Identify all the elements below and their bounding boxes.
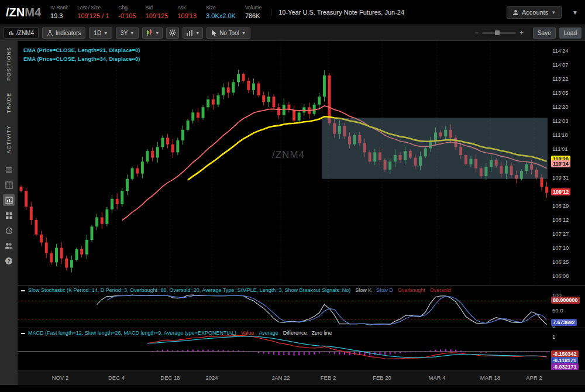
legend-value: Value	[241, 330, 254, 336]
grid-icon[interactable]	[3, 209, 15, 221]
macd-tick: 1	[552, 333, 555, 340]
stat-chg: Chg -0'105	[118, 5, 136, 19]
price-tick: 107'27	[552, 231, 569, 237]
header: /ZNM4 IV Rank 19.3 Last / Size 109'125 /…	[0, 0, 585, 25]
accounts-menu[interactable]: Accounts ▼	[507, 6, 562, 19]
stat-volume: Volume 786K	[245, 5, 261, 19]
study-labels: EMA (Price=CLOSE, Length=21, Displace=0)…	[23, 46, 140, 63]
panel-collapse-handle[interactable]	[21, 290, 25, 291]
chart-style-button[interactable]: ▼	[142, 27, 163, 39]
price-tick: 113'22	[552, 75, 569, 82]
time-axis[interactable]: NOV 2DEC 4DEC 182024JAN 22FEB 2FEB 20MAR…	[18, 370, 585, 385]
timeframe-select[interactable]: 1D ▼	[89, 27, 112, 39]
price-chart-canvas[interactable]	[18, 41, 550, 285]
symbol-tab[interactable]: /ZNM4	[4, 27, 39, 39]
chevron-down-icon: ▼	[551, 10, 556, 15]
symbol-suffix: M4	[25, 6, 41, 19]
chevron-down-icon: ▼	[104, 31, 108, 35]
legend-slow-d: Slow D	[376, 287, 393, 293]
collapse-chevron-icon[interactable]: ▼	[571, 9, 579, 16]
macd-axis: 1-0.150342-0.118171-0.032171	[550, 328, 585, 370]
chart-settings-button[interactable]	[166, 27, 179, 39]
watchlist-icon[interactable]	[3, 164, 15, 176]
zoom-slider[interactable]	[482, 32, 516, 34]
indicators-button[interactable]: Indicators	[42, 27, 85, 39]
save-button[interactable]: Save	[533, 27, 556, 39]
price-tick: 114'24	[552, 47, 569, 54]
price-tick: 111'01	[552, 146, 568, 152]
stochastic-study-label[interactable]: Slow Stochastic (K Period=14, D Period=3…	[28, 287, 350, 293]
chart-toolbar: /ZNM4 Indicators 1D ▼ 3Y ▼ ▼ ▼ No Tool ▼	[0, 25, 585, 41]
zoom-slider-thumb[interactable]	[495, 30, 500, 35]
sidebar-icon-rail: ?	[3, 164, 15, 267]
macd-study-header: MACD (Fast length=12, Slow length=26, MA…	[21, 330, 332, 336]
clock-icon[interactable]	[3, 225, 15, 236]
chevron-down-icon: ▼	[242, 31, 246, 35]
price-tick: 106'25	[552, 259, 569, 265]
time-axis-label: MAR 4	[428, 374, 445, 381]
ema-price-bubble: 110'14	[551, 160, 570, 167]
price-tick: 108'29	[552, 202, 569, 209]
zoom-out-icon[interactable]: −	[474, 29, 479, 37]
table-icon[interactable]	[3, 179, 15, 191]
ema21-label[interactable]: EMA (Price=CLOSE, Length=21, Displace=0)	[23, 46, 140, 54]
legend-average: Average	[259, 330, 278, 336]
macd-study-label[interactable]: MACD (Fast length=12, Slow length=26, MA…	[28, 330, 236, 336]
gear-icon	[169, 29, 176, 36]
zoom-in-icon[interactable]: +	[519, 29, 524, 37]
time-axis-label: FEB 2	[321, 374, 336, 381]
price-tick: 111'18	[552, 132, 568, 138]
chart-icon[interactable]	[3, 194, 15, 206]
no-tool-select[interactable]: No Tool ▼	[207, 27, 250, 39]
time-axis-label: FEB 20	[373, 374, 391, 381]
cursor-icon	[211, 30, 217, 36]
stat-size: Size 3.0Kx2.0K	[206, 5, 236, 19]
sidebar-tab-activity[interactable]: ACTIVITY	[6, 119, 12, 160]
flask-icon	[47, 30, 53, 36]
time-axis-label: APR 2	[526, 374, 542, 381]
price-tick: 114'07	[552, 61, 569, 68]
sidebar-tab-trade[interactable]: TRADE	[6, 87, 12, 119]
chevron-down-icon: ▼	[130, 31, 134, 35]
time-axis-label: JAN 22	[271, 374, 290, 381]
legend-oversold: Oversold	[430, 287, 451, 293]
stat-iv-rank: IV Rank 19.3	[50, 5, 68, 19]
overbought-level-bubble: 80.000000	[551, 297, 580, 304]
macd-pane: MACD (Fast length=12, Slow length=26, MA…	[18, 328, 585, 370]
legend-slow-k: Slow K	[355, 287, 371, 293]
slow-d-value-bubble: 7.673692	[551, 319, 577, 326]
last-price-bubble: 109'12	[551, 188, 570, 195]
time-axis-label: NOV 2	[52, 374, 69, 381]
ema34-label[interactable]: EMA (Price=CLOSE, Length=34, Displace=0)	[23, 54, 140, 63]
time-axis-label: DEC 18	[160, 374, 180, 381]
price-tick: 109'31	[552, 174, 569, 181]
load-button[interactable]: Load	[559, 27, 581, 39]
symbol-root: /ZN	[6, 6, 25, 19]
help-icon[interactable]: ?	[3, 255, 15, 267]
person-icon	[512, 9, 519, 16]
left-sidebar: POSITIONS TRADE ACTIVITY ?	[0, 41, 18, 385]
price-tick: 113'05	[552, 90, 569, 96]
price-axis[interactable]: 114'24114'07113'22113'05112'20112'03111'…	[550, 41, 585, 285]
panel-collapse-handle[interactable]	[21, 333, 25, 334]
time-axis-label: 2024	[205, 374, 218, 381]
chart-area: EMA (Price=CLOSE, Length=21, Displace=0)…	[18, 41, 585, 385]
stochastic-pane: Slow Stochastic (K Period=14, D Period=3…	[18, 285, 585, 328]
contract-description: 10-Year U.S. Treasury Note Futures, Jun-…	[271, 9, 404, 16]
stochastic-tick: 50.0	[552, 307, 563, 314]
stochastic-axis: 10050.0080.0000007.673692	[550, 286, 585, 328]
stat-ask: Ask 109'13	[177, 5, 197, 19]
chevron-down-icon: ▼	[155, 31, 159, 35]
price-tick: 112'03	[552, 118, 569, 124]
symbol-title: /ZNM4	[6, 6, 41, 19]
range-select[interactable]: 3Y ▼	[116, 27, 139, 39]
legend-zero-line: Zero line	[312, 330, 332, 336]
stat-bid: Bid 109'125	[146, 5, 168, 19]
sidebar-tab-positions[interactable]: POSITIONS	[6, 41, 12, 87]
drawing-set-button[interactable]: ▼	[183, 27, 203, 39]
users-icon[interactable]	[3, 240, 15, 252]
main-chart-pane: EMA (Price=CLOSE, Length=21, Displace=0)…	[18, 41, 585, 285]
stat-last-size: Last / Size 109'125 / 1	[77, 5, 109, 19]
price-tick: 107'10	[552, 245, 569, 251]
price-tick: 108'12	[552, 216, 569, 223]
